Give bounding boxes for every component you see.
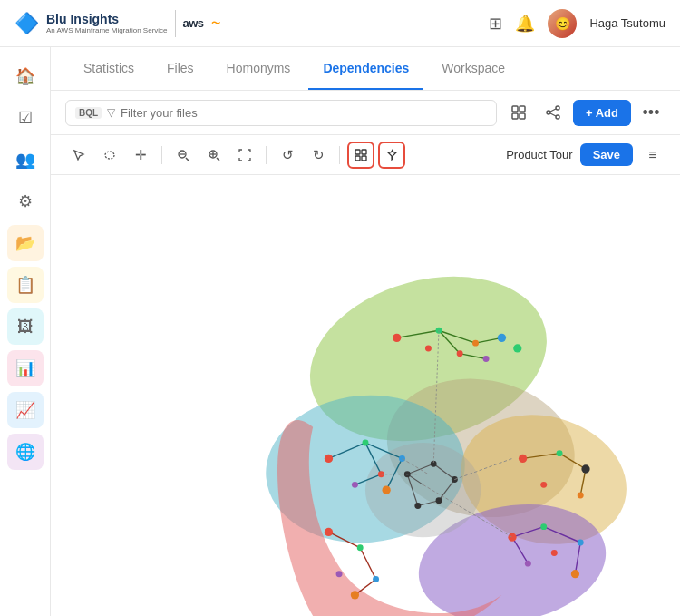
header-divider <box>175 10 176 37</box>
sidebar-item-analytics[interactable]: 📊 <box>7 350 44 386</box>
svg-point-69 <box>540 482 547 488</box>
svg-point-36 <box>457 350 463 357</box>
more-options-btn[interactable]: ••• <box>636 98 665 127</box>
tool-sep-3 <box>339 146 340 164</box>
sidebar-item-chart[interactable]: 📈 <box>7 392 44 428</box>
bql-badge: BQL <box>75 107 102 119</box>
svg-line-81 <box>360 548 375 580</box>
user-name: Haga Tsutomu <box>589 16 665 30</box>
toolbar-icons: + Add ••• <box>504 98 665 127</box>
zoom-out-btn[interactable] <box>170 142 197 169</box>
menu-lines-btn[interactable]: ≡ <box>640 142 665 168</box>
graph-actions: Product Tour Save ≡ <box>506 142 665 168</box>
svg-point-76 <box>578 540 584 546</box>
search-input[interactable] <box>121 106 487 120</box>
tool-sep-1 <box>161 146 162 164</box>
svg-point-38 <box>513 344 521 352</box>
zoom-in-btn[interactable] <box>200 142 228 169</box>
save-button[interactable]: Save <box>580 143 633 166</box>
svg-point-34 <box>472 340 479 347</box>
svg-rect-17 <box>355 150 360 154</box>
filter-icon[interactable]: ▽ <box>107 106 115 119</box>
grid-icon[interactable]: ⊞ <box>489 14 502 34</box>
svg-line-16 <box>217 158 219 161</box>
svg-point-37 <box>483 356 490 362</box>
bell-icon[interactable]: 🔔 <box>515 14 535 34</box>
avatar: 😊 <box>548 9 577 38</box>
main-layout: 🏠 ☑ 👥 ⚙ 📂 📋 🖼 📊 📈 🌐 Statistics Files Hom… <box>0 47 680 616</box>
svg-line-12 <box>186 158 189 161</box>
add-button[interactable]: + Add <box>573 100 631 126</box>
product-tour-label: Product Tour <box>506 148 572 161</box>
svg-point-50 <box>352 482 358 488</box>
svg-point-67 <box>581 464 589 473</box>
svg-point-77 <box>571 570 579 578</box>
filter-toolbar: BQL ▽ <box>51 91 680 135</box>
fit-screen-btn[interactable] <box>231 142 258 169</box>
svg-point-66 <box>557 450 563 456</box>
dependency-graph[interactable] <box>51 175 680 616</box>
tab-statistics[interactable]: Statistics <box>69 48 149 90</box>
svg-rect-2 <box>512 113 518 119</box>
svg-line-8 <box>550 113 556 116</box>
svg-rect-1 <box>520 106 525 112</box>
svg-rect-20 <box>362 156 366 161</box>
sidebar-item-orange[interactable]: 📂 <box>7 225 44 261</box>
tab-dependencies[interactable]: Dependencies <box>308 48 423 90</box>
sidebar-item-gallery[interactable]: 🖼 <box>7 308 44 345</box>
grid-view-btn[interactable] <box>504 98 533 127</box>
sidebar-item-orange2[interactable]: 📋 <box>7 267 44 303</box>
svg-point-35 <box>498 334 506 342</box>
svg-point-61 <box>414 503 421 509</box>
svg-point-9 <box>105 152 114 159</box>
svg-point-79 <box>551 550 558 556</box>
search-area: BQL ▽ <box>65 100 497 126</box>
content-area: Statistics Files Homonyms Dependencies W… <box>51 47 680 616</box>
svg-point-6 <box>556 115 559 119</box>
app-header: 🔷 Blu Insights An AWS Mainframe Migratio… <box>0 0 680 47</box>
graph-tools: ✛ ↺ ↻ <box>65 142 405 169</box>
svg-point-75 <box>540 523 547 530</box>
move-tool[interactable]: ✛ <box>127 142 154 169</box>
header-left: 🔷 Blu Insights An AWS Mainframe Migratio… <box>15 10 220 37</box>
svg-point-46 <box>363 440 369 446</box>
sidebar-item-users[interactable]: 👥 <box>7 142 44 178</box>
tool-sep-2 <box>266 146 267 164</box>
svg-point-85 <box>373 576 379 582</box>
svg-rect-0 <box>512 106 518 112</box>
header-right: ⊞ 🔔 😊 Haga Tsutomu <box>489 9 665 38</box>
svg-rect-19 <box>355 156 360 161</box>
undo-btn[interactable]: ↺ <box>274 142 301 169</box>
tab-files[interactable]: Files <box>152 48 209 90</box>
tab-homonyms[interactable]: Homonyms <box>212 48 306 90</box>
svg-rect-18 <box>362 150 366 154</box>
sidebar-item-home[interactable]: 🏠 <box>7 58 44 94</box>
graph-view-btn[interactable] <box>539 98 568 127</box>
redo-btn[interactable]: ↻ <box>305 142 332 169</box>
logo-text: Blu Insights An AWS Mainframe Migration … <box>46 12 168 34</box>
svg-point-5 <box>556 106 559 110</box>
svg-rect-3 <box>520 113 525 119</box>
svg-point-83 <box>325 528 333 536</box>
svg-point-87 <box>336 571 343 577</box>
select-tool[interactable] <box>65 142 92 169</box>
nav-tabs: Statistics Files Homonyms Dependencies W… <box>51 47 680 91</box>
sidebar-item-settings[interactable]: ⚙ <box>7 183 44 220</box>
sidebar: 🏠 ☑ 👥 ⚙ 📂 📋 🖼 📊 📈 🌐 <box>0 47 51 616</box>
sidebar-item-globe[interactable]: 🌐 <box>7 434 44 470</box>
tab-workspace[interactable]: Workspace <box>427 48 520 90</box>
logo-subtitle: An AWS Mainframe Migration Service <box>46 26 168 34</box>
svg-point-39 <box>425 345 432 351</box>
aws-smile: 〜 <box>211 17 220 30</box>
sidebar-item-check[interactable]: ☑ <box>7 100 44 136</box>
svg-point-60 <box>436 497 442 504</box>
pin-tool-btn[interactable] <box>378 142 405 169</box>
svg-point-68 <box>578 492 584 498</box>
grid-snap-btn[interactable] <box>347 142 374 169</box>
svg-point-45 <box>325 455 333 463</box>
graph-toolbar: ✛ ↺ ↻ <box>51 135 680 175</box>
svg-point-32 <box>393 334 401 342</box>
graph-canvas <box>51 175 680 616</box>
lasso-tool[interactable] <box>96 142 123 169</box>
aws-logo: aws <box>183 16 204 30</box>
